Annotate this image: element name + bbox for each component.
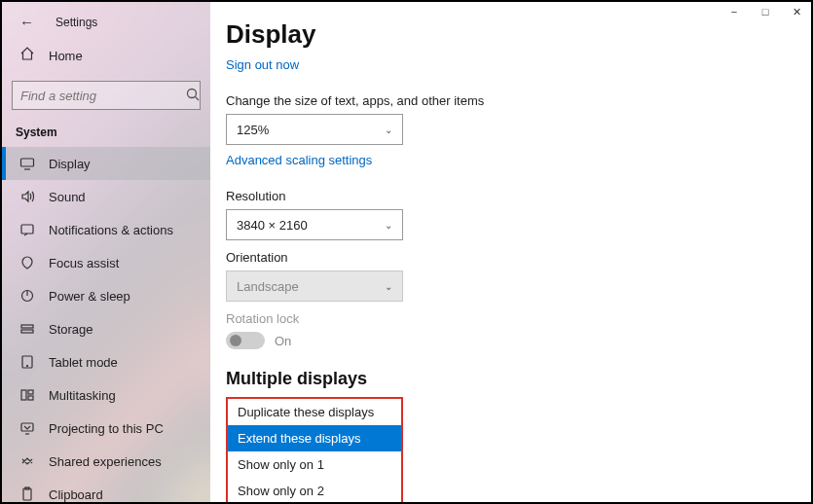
notifications-icon <box>19 222 35 237</box>
orientation-label: Orientation <box>226 250 788 265</box>
svg-rect-15 <box>23 488 31 500</box>
nav-storage[interactable]: Storage <box>2 312 210 345</box>
nav-projecting[interactable]: Projecting to this PC <box>2 412 210 445</box>
multiple-displays-heading: Multiple displays <box>226 369 788 389</box>
home-icon <box>19 46 35 65</box>
svg-point-0 <box>188 89 197 97</box>
dropdown-option-only1[interactable]: Show only on 1 <box>228 451 401 478</box>
nav-multitasking[interactable]: Multitasking <box>2 378 210 412</box>
svg-rect-7 <box>21 325 33 328</box>
nav-label: Notifications & actions <box>49 223 173 237</box>
dropdown-option-only2[interactable]: Show only on 2 <box>228 478 401 502</box>
chevron-down-icon: ⌄ <box>385 281 392 292</box>
back-button[interactable]: ← <box>19 14 34 30</box>
chevron-down-icon: ⌄ <box>385 220 392 231</box>
nav-label: Focus assist <box>49 256 119 270</box>
svg-rect-4 <box>21 225 33 234</box>
scale-select[interactable]: 125% ⌄ <box>226 114 403 145</box>
rotation-lock-toggle <box>226 332 265 349</box>
focus-icon <box>19 255 35 270</box>
orientation-select: Landscape ⌄ <box>226 270 403 302</box>
orientation-value: Landscape <box>237 279 299 294</box>
nav-label: Storage <box>49 322 93 337</box>
nav-label: Multitasking <box>49 388 116 403</box>
chevron-down-icon: ⌄ <box>385 125 392 135</box>
home-label: Home <box>49 49 83 63</box>
nav-label: Projecting to this PC <box>49 421 164 436</box>
shared-icon <box>19 453 35 469</box>
svg-line-1 <box>196 96 200 100</box>
multiple-displays-dropdown[interactable]: Duplicate these displays Extend these di… <box>226 397 403 502</box>
maximize-button[interactable]: □ <box>758 6 772 18</box>
clipboard-icon <box>19 486 35 502</box>
close-button[interactable]: ✕ <box>790 6 803 18</box>
svg-rect-12 <box>28 390 33 394</box>
scale-value: 125% <box>237 123 269 137</box>
resolution-select[interactable]: 3840 × 2160 ⌄ <box>226 209 403 240</box>
page-title: Display <box>226 19 788 50</box>
nav-notifications[interactable]: Notifications & actions <box>2 213 210 246</box>
app-title: Settings <box>55 16 97 29</box>
nav-shared[interactable]: Shared experiences <box>2 445 210 478</box>
dropdown-option-duplicate[interactable]: Duplicate these displays <box>228 399 401 425</box>
nav-tablet[interactable]: Tablet mode <box>2 345 210 378</box>
sound-icon <box>19 189 35 204</box>
scale-label: Change the size of text, apps, and other… <box>226 93 788 108</box>
minimize-button[interactable]: − <box>727 6 741 18</box>
nav-sound[interactable]: Sound <box>2 180 210 213</box>
svg-rect-11 <box>21 390 26 400</box>
multitasking-icon <box>19 387 35 403</box>
power-icon <box>19 288 35 304</box>
rotation-lock-state: On <box>275 334 291 348</box>
search-input[interactable] <box>12 81 201 110</box>
display-icon <box>19 156 35 171</box>
projecting-icon <box>19 420 35 436</box>
nav-focus-assist[interactable]: Focus assist <box>2 246 210 279</box>
nav-label: Shared experiences <box>49 454 162 469</box>
svg-rect-13 <box>28 396 33 400</box>
signout-link[interactable]: Sign out now <box>226 57 299 72</box>
rotation-lock-label: Rotation lock <box>226 311 788 326</box>
resolution-value: 3840 × 2160 <box>237 218 308 233</box>
nav-label: Clipboard <box>49 487 103 502</box>
main-content: Display Sign out now Change the size of … <box>210 2 811 502</box>
tablet-icon <box>19 354 35 370</box>
home-nav[interactable]: Home <box>2 36 210 75</box>
search-icon <box>185 87 201 105</box>
section-title: System <box>2 120 210 147</box>
svg-rect-2 <box>21 159 34 166</box>
resolution-label: Resolution <box>226 189 788 203</box>
nav-label: Power & sleep <box>49 289 130 304</box>
svg-point-10 <box>27 366 28 367</box>
nav-label: Sound <box>49 190 86 204</box>
advanced-scaling-link[interactable]: Advanced scaling settings <box>226 153 372 167</box>
search-field[interactable] <box>20 89 185 103</box>
storage-icon <box>19 321 35 337</box>
nav-label: Display <box>49 157 91 171</box>
svg-rect-8 <box>21 330 33 333</box>
nav-power[interactable]: Power & sleep <box>2 279 210 312</box>
nav-label: Tablet mode <box>49 355 118 370</box>
nav-list: Display Sound Notifications & actions Fo… <box>2 147 210 502</box>
dropdown-option-extend[interactable]: Extend these displays <box>228 425 401 451</box>
nav-display[interactable]: Display <box>2 147 210 180</box>
nav-clipboard[interactable]: Clipboard <box>2 478 210 502</box>
